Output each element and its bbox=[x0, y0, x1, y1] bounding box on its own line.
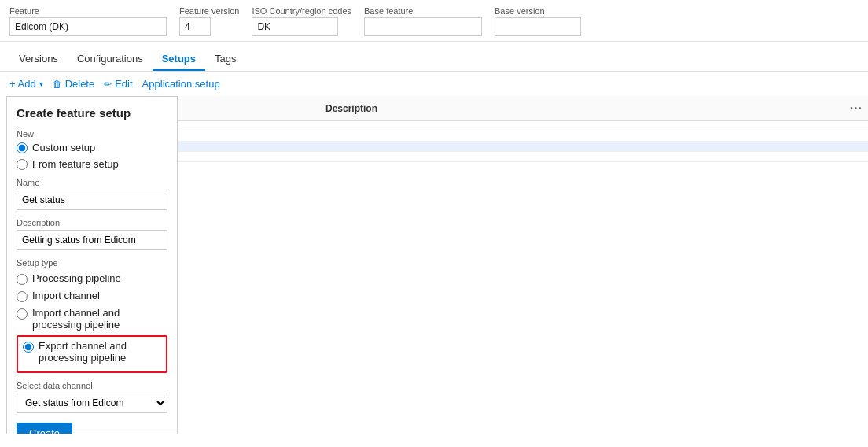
main-content: Create feature setup New Custom setup Fr… bbox=[0, 96, 868, 441]
tab-setups[interactable]: Setups bbox=[153, 48, 205, 71]
description-label: Description bbox=[17, 218, 167, 227]
description-input[interactable] bbox=[17, 230, 167, 250]
ellipsis-icon[interactable]: ⋯ bbox=[849, 101, 862, 116]
radio-processing-pipeline[interactable]: Processing pipeline bbox=[17, 272, 167, 285]
tab-configurations[interactable]: Configurations bbox=[68, 48, 153, 71]
add-label: + Add bbox=[9, 78, 36, 90]
iso-field-group: ISO Country/region codes bbox=[252, 6, 351, 36]
delete-label: Delete bbox=[65, 78, 95, 90]
radio-export-channel-processing[interactable]: Export channel and processing pipeline bbox=[23, 340, 161, 364]
name-input[interactable] bbox=[17, 190, 167, 210]
iso-input[interactable] bbox=[252, 17, 338, 36]
top-bar: Feature Feature version ISO Country/regi… bbox=[0, 0, 868, 42]
base-feature-input[interactable] bbox=[364, 17, 482, 36]
table-row[interactable] bbox=[178, 121, 868, 131]
chevron-down-icon: ▾ bbox=[39, 79, 43, 88]
panel-title: Create feature setup bbox=[17, 106, 167, 120]
edit-label: Edit bbox=[115, 78, 132, 90]
name-label: Name bbox=[17, 178, 167, 187]
app-setup-label: Application setup bbox=[142, 78, 220, 90]
tab-tags[interactable]: Tags bbox=[205, 48, 245, 71]
add-button[interactable]: + Add ▾ bbox=[9, 78, 43, 90]
data-channel-field: Select data channel Get status from Edic… bbox=[17, 381, 167, 413]
new-section-label: New bbox=[17, 129, 167, 139]
tab-versions[interactable]: Versions bbox=[9, 48, 68, 71]
base-version-field-group: Base version bbox=[495, 6, 581, 36]
base-version-input[interactable] bbox=[495, 17, 581, 36]
feature-label: Feature bbox=[9, 6, 167, 16]
radio-from-feature[interactable]: From feature setup bbox=[17, 158, 167, 170]
radio-import-channel[interactable]: Import channel bbox=[17, 290, 167, 302]
version-label: Feature version bbox=[179, 6, 239, 16]
radio-import-channel-processing[interactable]: Import channel and processing pipeline bbox=[17, 307, 167, 331]
data-channel-label: Select data channel bbox=[17, 381, 167, 390]
table-rows bbox=[178, 121, 868, 162]
tabs-bar: Versions Configurations Setups Tags bbox=[0, 42, 868, 72]
feature-field-group: Feature bbox=[9, 6, 167, 36]
setup-type-section: Setup type Processing pipeline Import ch… bbox=[17, 258, 167, 373]
setup-type-label: Setup type bbox=[17, 258, 167, 268]
edit-icon: ✏ bbox=[104, 79, 112, 90]
app-setup-button[interactable]: Application setup bbox=[142, 78, 220, 90]
col-desc-header: Description ⋯ bbox=[326, 101, 862, 116]
edit-button[interactable]: ✏ Edit bbox=[104, 78, 132, 90]
col-name-header bbox=[184, 101, 326, 116]
data-channel-select[interactable]: Get status from Edicom Send invoice to E… bbox=[17, 393, 167, 413]
name-field: Name bbox=[17, 178, 167, 210]
iso-label: ISO Country/region codes bbox=[252, 6, 351, 16]
table-row[interactable] bbox=[178, 131, 868, 142]
highlighted-export-radio: Export channel and processing pipeline bbox=[17, 335, 167, 373]
version-field-group: Feature version bbox=[179, 6, 239, 36]
base-version-label: Base version bbox=[495, 6, 581, 16]
base-feature-label: Base feature bbox=[364, 6, 482, 16]
create-button[interactable]: Create bbox=[17, 423, 72, 434]
base-feature-field-group: Base feature bbox=[364, 6, 482, 36]
table-row[interactable] bbox=[178, 142, 868, 152]
toolbar: + Add ▾ 🗑 Delete ✏ Edit Application setu… bbox=[0, 72, 868, 96]
create-feature-panel: Create feature setup New Custom setup Fr… bbox=[6, 96, 178, 434]
version-input[interactable] bbox=[179, 17, 211, 36]
description-field: Description bbox=[17, 218, 167, 250]
new-radio-group: Custom setup From feature setup bbox=[17, 142, 167, 170]
right-panel: Description ⋯ bbox=[178, 96, 868, 441]
table-header: Description ⋯ bbox=[178, 96, 868, 121]
delete-button[interactable]: 🗑 Delete bbox=[53, 78, 95, 90]
table-row[interactable] bbox=[178, 152, 868, 162]
feature-input[interactable] bbox=[9, 17, 167, 36]
radio-custom-setup[interactable]: Custom setup bbox=[17, 142, 167, 153]
trash-icon: 🗑 bbox=[53, 79, 62, 90]
